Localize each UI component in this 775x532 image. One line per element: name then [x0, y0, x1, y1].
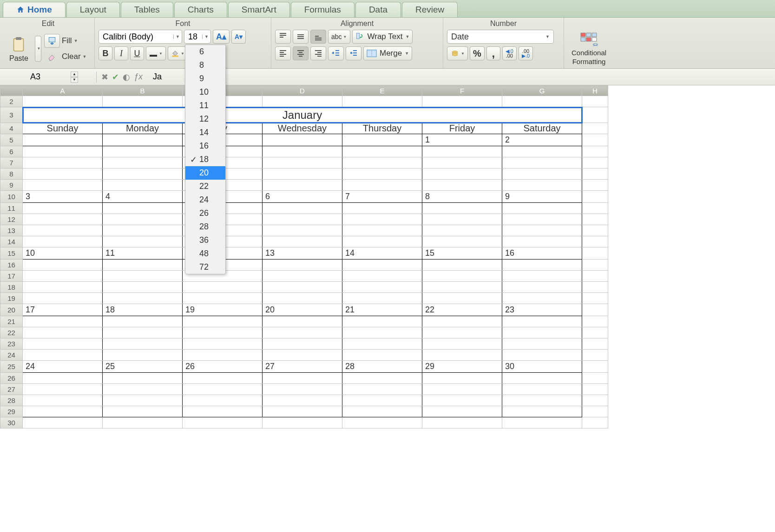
font-size-option-20[interactable]: 20 [185, 166, 225, 180]
cell-G21[interactable] [502, 316, 582, 327]
name-box-input[interactable] [3, 72, 68, 82]
row-header-17[interactable]: 17 [0, 271, 23, 282]
name-box[interactable]: ▲ ▼ [0, 71, 97, 83]
cell-B21[interactable] [103, 316, 183, 327]
cell-D12[interactable] [263, 214, 342, 225]
cell-B30[interactable] [103, 417, 183, 428]
cell-H11[interactable] [582, 203, 608, 214]
worksheet[interactable]: ABCDEFGH23January4SundayMondayayWednesda… [0, 85, 775, 428]
row-header-21[interactable]: 21 [0, 316, 23, 327]
name-box-stepper[interactable]: ▲ ▼ [71, 71, 78, 83]
cell-E27[interactable] [342, 384, 422, 395]
cell-H20[interactable] [582, 304, 608, 316]
cell-D29[interactable] [263, 406, 342, 417]
cell-F8[interactable] [422, 169, 502, 180]
cell-G11[interactable] [502, 203, 582, 214]
font-size-option-24[interactable]: 24 [185, 193, 225, 207]
cell-F15[interactable]: 15 [422, 247, 502, 260]
cell-A7[interactable] [23, 157, 103, 169]
cancel-formula-icon[interactable]: ✖ [101, 72, 108, 82]
align-left-button[interactable] [275, 46, 291, 60]
font-size-option-36[interactable]: 36 [185, 234, 225, 247]
col-header-B[interactable]: B [103, 86, 183, 96]
cell-A21[interactable] [23, 316, 103, 327]
font-size-option-26[interactable]: 26 [185, 207, 225, 220]
cell-E15[interactable]: 14 [342, 247, 422, 260]
tab-home[interactable]: Home [3, 2, 66, 17]
accept-formula-icon[interactable]: ✔ [112, 72, 119, 82]
cell-H13[interactable] [582, 225, 608, 236]
font-size-option-16[interactable]: 16 [185, 139, 225, 153]
cell-F22[interactable] [422, 327, 502, 338]
cell-G25[interactable]: 30 [502, 361, 582, 373]
cell-E2[interactable] [342, 96, 422, 107]
cell-C20[interactable]: 19 [183, 304, 263, 316]
cell-H24[interactable] [582, 350, 608, 361]
cell-E5[interactable] [342, 134, 422, 146]
cell-H30[interactable] [582, 417, 608, 428]
cell-G18[interactable] [502, 282, 582, 293]
cell-H12[interactable] [582, 214, 608, 225]
cell-F29[interactable] [422, 406, 502, 417]
conditional-formatting-button[interactable]: ≤≥ Conditional Formatting [568, 32, 610, 65]
tab-tables[interactable]: Tables [121, 2, 173, 17]
cell-E28[interactable] [342, 395, 422, 406]
row-header-30[interactable]: 30 [0, 417, 23, 428]
cell-H9[interactable] [582, 180, 608, 191]
row-header-26[interactable]: 26 [0, 373, 23, 384]
cell-B4[interactable]: Monday [103, 123, 183, 134]
align-middle-button[interactable] [293, 30, 309, 44]
col-header-D[interactable]: D [263, 86, 342, 96]
font-size-option-10[interactable]: 10 [185, 85, 225, 99]
cell-C26[interactable] [183, 373, 263, 384]
cell-F30[interactable] [422, 417, 502, 428]
indent-decrease-button[interactable] [328, 46, 344, 60]
cell-C19[interactable] [183, 293, 263, 304]
font-size-dropdown[interactable]: ▼ [202, 34, 210, 39]
tab-smartart[interactable]: SmartArt [228, 2, 290, 17]
cell-B25[interactable]: 25 [103, 361, 183, 373]
cell-D18[interactable] [263, 282, 342, 293]
cell-A17[interactable] [23, 271, 103, 282]
paste-button[interactable]: Paste [6, 35, 32, 63]
font-size-option-72[interactable]: 72 [185, 260, 225, 274]
row-header-6[interactable]: 6 [0, 146, 23, 157]
row-header-19[interactable]: 19 [0, 293, 23, 304]
cell-E29[interactable] [342, 406, 422, 417]
cell-B24[interactable] [103, 350, 183, 361]
cell-G19[interactable] [502, 293, 582, 304]
underline-button[interactable]: U [130, 46, 144, 60]
cell-G8[interactable] [502, 169, 582, 180]
row-header-13[interactable]: 13 [0, 225, 23, 236]
cell-F9[interactable] [422, 180, 502, 191]
cell-B8[interactable] [103, 169, 183, 180]
cell-A12[interactable] [23, 214, 103, 225]
font-size-option-14[interactable]: 14 [185, 126, 225, 139]
cell-B10[interactable]: 4 [103, 191, 183, 203]
row-header-23[interactable]: 23 [0, 338, 23, 350]
cell-B26[interactable] [103, 373, 183, 384]
cell-F25[interactable]: 29 [422, 361, 502, 373]
merge-button[interactable]: Merge ▼ [363, 46, 412, 60]
cell-F24[interactable] [422, 350, 502, 361]
cell-B14[interactable] [103, 236, 183, 247]
col-header-G[interactable]: G [502, 86, 582, 96]
cell-E24[interactable] [342, 350, 422, 361]
tab-charts[interactable]: Charts [174, 2, 227, 17]
cell-E21[interactable] [342, 316, 422, 327]
cell-E6[interactable] [342, 146, 422, 157]
tab-data[interactable]: Data [355, 2, 401, 17]
font-size-option-12[interactable]: 12 [185, 112, 225, 126]
cell-B16[interactable] [103, 260, 183, 271]
cell-E20[interactable]: 21 [342, 304, 422, 316]
cell-A14[interactable] [23, 236, 103, 247]
cell-H27[interactable] [582, 384, 608, 395]
cell-B18[interactable] [103, 282, 183, 293]
cell-F20[interactable]: 22 [422, 304, 502, 316]
cell-G29[interactable] [502, 406, 582, 417]
cell-C27[interactable] [183, 384, 263, 395]
row-header-4[interactable]: 4 [0, 123, 23, 134]
cell-F21[interactable] [422, 316, 502, 327]
cell-F13[interactable] [422, 225, 502, 236]
cell-F7[interactable] [422, 157, 502, 169]
